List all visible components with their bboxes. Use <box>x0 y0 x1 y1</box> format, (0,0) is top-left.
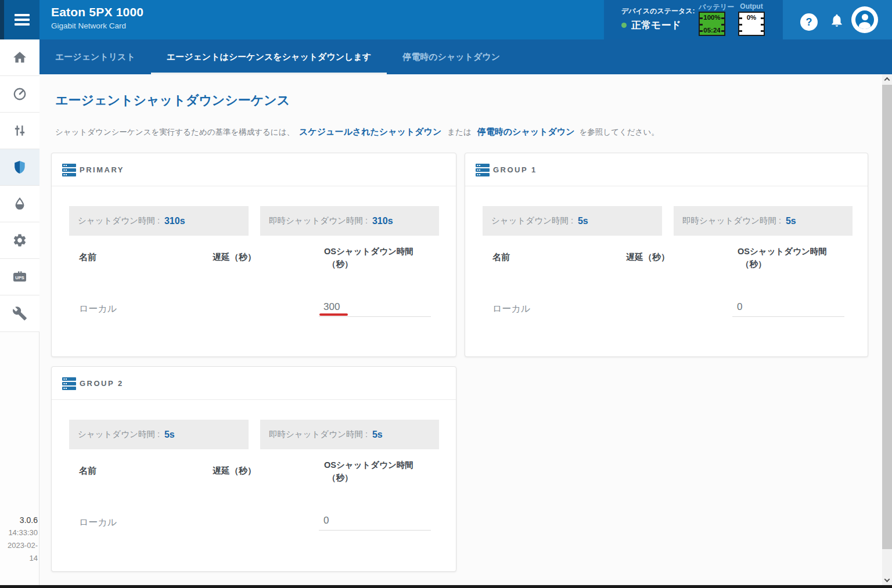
modified-indicator <box>319 313 348 316</box>
window-edge-bottom <box>0 585 892 588</box>
card-title: GROUP 2 <box>80 379 124 388</box>
output-icon: 0% <box>738 12 765 36</box>
battery-gauge: バッテリー 100% 05:24 <box>699 2 725 36</box>
shutdown-card-group2: GROUP 2 シャットダウン時間 : 5s 即時シャットダウン時間 : 5s … <box>51 366 456 572</box>
battery-icon: 100% 05:24 <box>699 12 725 36</box>
sidebar-item-maintenance[interactable] <box>0 295 39 332</box>
header-icon-zone: ? <box>783 0 892 39</box>
server-stack-icon <box>62 163 77 177</box>
shield-icon <box>12 160 27 175</box>
sidebar: UPS 3.0.6 14:33:30 2023-02-14 <box>0 39 39 588</box>
immediate-shutdown-value: 5s <box>786 216 796 226</box>
brand-block: Eaton 5PX 1000 Gigabit Network Card <box>51 5 143 30</box>
device-status-label: デバイスのステータス: <box>621 6 695 16</box>
column-header-name: 名前 <box>79 252 96 263</box>
link-scheduled-shutdown[interactable]: スケジュールされたシャットダウン <box>299 127 441 136</box>
ups-icon: UPS <box>12 269 28 284</box>
chevron-down-icon <box>884 576 890 582</box>
app-subtitle: Gigabit Network Card <box>51 21 143 30</box>
immediate-shutdown-value: 5s <box>372 430 383 440</box>
battery-percent: 100% <box>700 14 724 21</box>
tab-agent-list[interactable]: エージェントリスト <box>39 39 151 74</box>
scroll-down-button[interactable] <box>882 575 892 585</box>
window-edge-left <box>0 0 4 39</box>
battery-time: 05:24 <box>700 27 724 34</box>
svg-text:UPS: UPS <box>15 275 24 280</box>
server-stack-icon <box>62 377 77 391</box>
shutdown-card-group1: GROUP 1 シャットダウン時間 : 5s 即時シャットダウン時間 : 5s … <box>465 153 868 357</box>
sidebar-item-settings[interactable] <box>0 222 39 259</box>
sidebar-item-environment[interactable] <box>0 186 39 222</box>
device-status-value: 正常モード <box>631 19 681 32</box>
main-content: エージェントシャットダウンシーケンス シャットダウンシーケンスを実行するための基… <box>39 74 882 588</box>
shutdown-duration-value: 5s <box>164 430 175 440</box>
sidebar-item-meters[interactable] <box>0 76 39 113</box>
device-status-zone: デバイスのステータス: 正常モード バッテリー 100% 05:24 Outpu… <box>604 0 783 39</box>
bell-icon[interactable] <box>829 13 844 30</box>
device-status-row: 正常モード <box>621 19 681 32</box>
shutdown-duration-box: シャットダウン時間 : 5s <box>69 420 249 449</box>
column-header-delay: 遅延（秒） <box>213 466 256 477</box>
card-title: PRIMARY <box>80 165 124 174</box>
shutdown-duration-box: シャットダウン時間 : 5s <box>483 206 662 236</box>
column-header-os-time: OSシャットダウン時間 （秒） <box>738 245 827 270</box>
output-label: Output <box>738 2 765 10</box>
column-header-delay: 遅延（秒） <box>213 252 256 263</box>
agent-name-cell: ローカル <box>492 303 530 315</box>
version-date: 2023-02-14 <box>0 539 38 565</box>
home-icon <box>12 50 27 65</box>
chevron-up-icon <box>884 77 890 83</box>
hamburger-icon <box>15 14 30 26</box>
tab-outage-shutdown[interactable]: 停電時のシャットダウン <box>387 39 516 74</box>
column-header-name: 名前 <box>492 252 510 263</box>
immediate-shutdown-box: 即時シャットダウン時間 : 310s <box>260 206 439 236</box>
shutdown-duration-value: 310s <box>164 216 185 226</box>
app-root: Eaton 5PX 1000 Gigabit Network Card デバイス… <box>0 0 892 588</box>
immediate-shutdown-box: 即時シャットダウン時間 : 5s <box>260 420 439 449</box>
sidebar-item-protection[interactable] <box>0 149 39 186</box>
status-dot-icon <box>621 23 627 28</box>
version-number: 3.0.6 <box>0 514 38 526</box>
column-header-os-time: OSシャットダウン時間 （秒） <box>324 245 413 270</box>
tab-bar: エージェントリスト エージェントはシーケンスをシャットダウンします 停電時のシャ… <box>39 39 892 74</box>
os-shutdown-time-input[interactable]: 0 <box>319 505 431 531</box>
tab-agent-shutdown-sequence[interactable]: エージェントはシーケンスをシャットダウンします <box>151 39 387 74</box>
server-stack-icon <box>475 163 490 177</box>
version-time: 14:33:30 <box>0 526 38 539</box>
sidebar-item-controls[interactable] <box>0 113 39 149</box>
gauge-icon <box>12 86 27 102</box>
wrench-icon <box>12 306 27 321</box>
help-icon[interactable]: ? <box>800 13 818 31</box>
card-header: GROUP 2 <box>52 367 456 400</box>
agent-name-cell: ローカル <box>79 303 117 315</box>
immediate-shutdown-value: 310s <box>372 216 393 226</box>
battery-label: バッテリー <box>699 2 725 10</box>
gear-icon <box>12 233 27 248</box>
firmware-version-block: 3.0.6 14:33:30 2023-02-14 <box>0 514 38 565</box>
immediate-shutdown-box: 即時シャットダウン時間 : 5s <box>674 206 853 236</box>
output-gauge: Output 0% <box>738 2 765 36</box>
user-avatar-icon[interactable] <box>851 6 878 33</box>
vertical-scrollbar[interactable] <box>882 74 892 585</box>
sidebar-item-home[interactable] <box>0 39 39 76</box>
sidebar-item-ups[interactable]: UPS <box>0 259 39 295</box>
output-percent: 0% <box>739 14 764 21</box>
card-header: GROUP 1 <box>465 153 868 186</box>
card-title: GROUP 1 <box>493 165 537 174</box>
shutdown-duration-box: シャットダウン時間 : 310s <box>69 206 249 236</box>
scroll-up-button[interactable] <box>882 74 892 84</box>
os-shutdown-time-input[interactable]: 0 <box>732 291 844 317</box>
shutdown-card-primary: PRIMARY シャットダウン時間 : 310s 即時シャットダウン時間 : 3… <box>51 153 456 357</box>
app-header: Eaton 5PX 1000 Gigabit Network Card デバイス… <box>0 0 892 39</box>
link-outage-shutdown[interactable]: 停電時のシャットダウン <box>477 127 575 136</box>
column-header-delay: 遅延（秒） <box>626 252 670 263</box>
column-header-os-time: OSシャットダウン時間 （秒） <box>324 459 413 484</box>
agent-name-cell: ローカル <box>79 517 117 529</box>
column-header-name: 名前 <box>79 466 96 477</box>
sliders-icon <box>12 123 27 138</box>
os-shutdown-time-input[interactable]: 300 <box>319 291 431 317</box>
shutdown-duration-value: 5s <box>578 216 588 226</box>
card-header: PRIMARY <box>52 153 456 186</box>
scrollbar-thumb[interactable] <box>882 85 892 549</box>
menu-button[interactable] <box>4 0 39 39</box>
